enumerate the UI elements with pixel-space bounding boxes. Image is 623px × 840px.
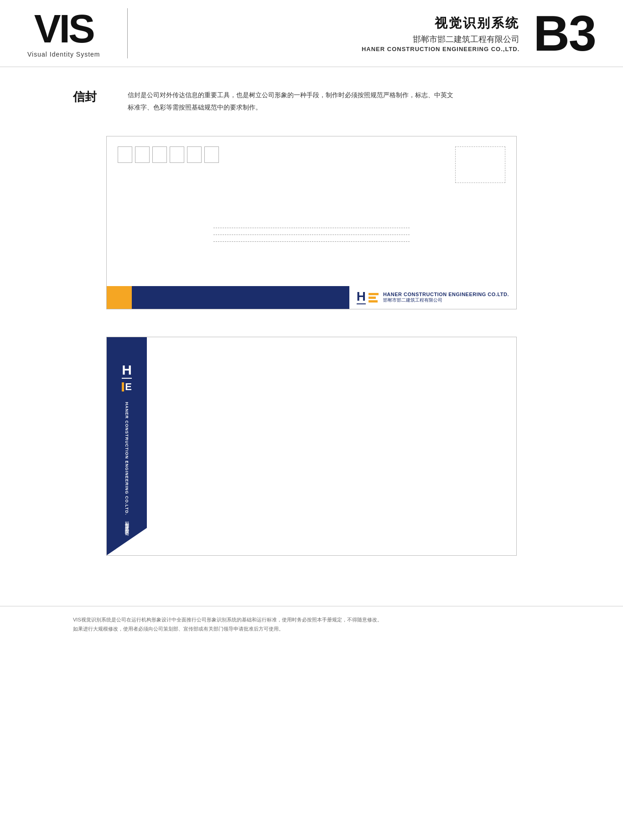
envelope-back: H E HANER CONSTRUCTION ENGINEERING CO.LT… <box>106 337 517 556</box>
cn-company: 邯郸市邯二建筑工程有限公司 <box>141 34 519 45</box>
footer-line-2: 如果进行大规模修改，使用者必须向公司策划部、宣传部或有关部门领导申请批准后方可使… <box>73 625 550 634</box>
envelope-back-flap: H E HANER CONSTRUCTION ENGINEERING CO.LT… <box>107 337 147 555</box>
postal-box-1 <box>118 146 132 163</box>
flap-divider <box>122 378 132 379</box>
footer-text: VIS视觉识别系统是公司在运行机构形象设计中全面推行公司形象识别系统的基础和运行… <box>73 616 550 634</box>
page-header: VIS Visual Identity System 视觉识别系统 邯郸市邯二建… <box>0 0 623 67</box>
section-description: 信封是公司对外传达信息的重要工具，也是树立公司形象的一种手段，制作时必须按照规范… <box>128 89 456 113</box>
logo-e-bar-middle <box>369 297 376 299</box>
logo-cn-name: 邯郸市邯二建筑工程有限公司 <box>383 297 509 303</box>
vis-subtitle-text: Visual Identity System <box>27 51 100 58</box>
logo-e-bar-bottom <box>369 300 378 303</box>
footer-line-1: VIS视觉识别系统是公司在运行机构形象设计中全面推行公司形象识别系统的基础和运行… <box>73 616 550 625</box>
section-code: B3 <box>533 8 596 58</box>
flap-e-letter: E <box>125 381 132 393</box>
blue-bar <box>132 286 349 309</box>
en-company: HANER CONSTRUCTION ENGINEERING CO.,LTD. <box>141 46 519 52</box>
header-company-info: 视觉识别系统 邯郸市邯二建筑工程有限公司 HANER CONSTRUCTION … <box>141 15 519 52</box>
stamp-area <box>455 146 505 183</box>
logo-h-column: H <box>357 290 366 305</box>
header-divider <box>127 8 128 58</box>
envelope-address-area <box>107 223 516 246</box>
logo-area: H HANER CONSTRUCTION ENGINEERING CO.LTD.… <box>349 286 516 309</box>
postal-box-4 <box>170 146 184 163</box>
envelope-front-top <box>107 136 516 183</box>
envelope-front: H HANER CONSTRUCTION ENGINEERING CO.LTD.… <box>106 136 517 309</box>
cn-title: 视觉识别系统 <box>141 15 519 32</box>
flap-e-bracket <box>122 382 124 391</box>
logo-h-letter: H <box>357 290 366 303</box>
flap-e-row: E <box>122 381 132 393</box>
logo-text-block: HANER CONSTRUCTION ENGINEERING CO.LTD. 邯… <box>383 292 509 303</box>
postal-code-boxes <box>118 146 219 183</box>
address-line-1 <box>213 228 410 228</box>
postal-box-3 <box>152 146 167 163</box>
flap-en-text: HANER CONSTRUCTION ENGINEERING CO.LTD. <box>124 402 130 515</box>
logo-e-bar-top <box>369 293 379 295</box>
logo-e-column <box>369 293 379 303</box>
address-line-2 <box>213 235 410 235</box>
envelope-bottom-bar: H HANER CONSTRUCTION ENGINEERING CO.LTD.… <box>107 286 516 309</box>
postal-box-5 <box>187 146 202 163</box>
orange-accent-bar <box>107 286 132 309</box>
page-footer: VIS视觉识别系统是公司在运行机构形象设计中全面推行公司形象识别系统的基础和运行… <box>0 606 623 643</box>
postal-box-6 <box>204 146 219 163</box>
flap-h-column: H <box>122 363 132 380</box>
section-title-row: 信封 信封是公司对外传达信息的重要工具，也是树立公司形象的一种手段，制作时必须按… <box>0 67 623 122</box>
he-logo-mark: H <box>357 290 379 305</box>
flap-h-letter: H <box>122 363 132 377</box>
address-line-3 <box>213 241 410 242</box>
vis-logo-block: VIS Visual Identity System <box>27 9 100 58</box>
flap-logo-mark: H E <box>122 363 132 393</box>
flap-fold-corner <box>107 528 147 555</box>
logo-en-name: HANER CONSTRUCTION ENGINEERING CO.LTD. <box>383 292 509 297</box>
postal-box-2 <box>135 146 150 163</box>
envelope-container: H HANER CONSTRUCTION ENGINEERING CO.LTD.… <box>0 122 623 569</box>
vis-logo-text: VIS <box>34 9 93 49</box>
section-title: 信封 <box>73 89 109 105</box>
logo-divider <box>357 303 366 304</box>
